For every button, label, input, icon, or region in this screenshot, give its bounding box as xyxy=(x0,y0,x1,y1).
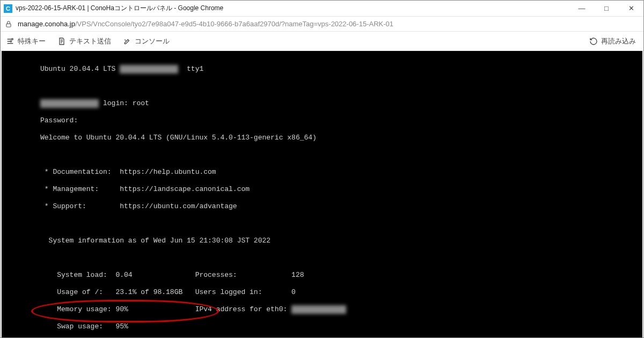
close-button[interactable]: ✕ xyxy=(619,1,643,16)
redacted-ip: xxx.xxx.xx.xx xyxy=(291,305,346,314)
special-keys-button[interactable]: 特殊キー xyxy=(6,36,46,46)
send-text-label: テキスト送信 xyxy=(69,36,111,46)
console-line: Ubuntu 20.04.4 LTS xxx-xxx-xx-xxx tty1 xyxy=(2,65,642,74)
vnc-console[interactable]: Ubuntu 20.04.4 LTS xxx-xxx-xx-xxx tty1 x… xyxy=(2,51,642,337)
special-keys-label: 特殊キー xyxy=(18,36,46,46)
addressbar[interactable]: manage.conoha.jp/VPS/VncConsole/tyo2/7e9… xyxy=(1,17,643,32)
redacted-hostname: xxx-xxx-xx-xxx xyxy=(120,65,178,74)
reload-label: 再読み込み xyxy=(601,36,636,46)
console-line xyxy=(2,82,642,91)
console-label: コンソール xyxy=(135,36,170,46)
url-host: manage.conoha.jp xyxy=(18,20,75,28)
maximize-button[interactable]: □ xyxy=(594,1,619,16)
sliders-icon xyxy=(6,37,14,46)
reload-button[interactable]: 再読み込み xyxy=(589,36,636,46)
console-line: Password: xyxy=(2,116,642,125)
console-line: * Documentation: https://help.ubuntu.com xyxy=(2,168,642,177)
console-line: * Support: https://ubuntu.com/advantage xyxy=(2,202,642,211)
tools-icon xyxy=(123,37,131,46)
svg-rect-0 xyxy=(6,24,11,27)
document-icon xyxy=(57,37,66,46)
window-title: vps-2022-06-15-ARK-01 | ConoHaコントロールパネル … xyxy=(16,4,223,13)
console-line: Usage of /: 23.1% of 98.18GB Users logge… xyxy=(2,288,642,297)
console-line: Memory usage: 90% IPv4 address for eth0:… xyxy=(2,305,642,314)
favicon-icon: C xyxy=(4,4,12,13)
redacted-hostname: xxx-xxx-xx-xxx xyxy=(40,99,99,108)
window-controls: — □ ✕ xyxy=(569,1,643,16)
svg-point-2 xyxy=(10,40,12,42)
console-button[interactable]: コンソール xyxy=(123,36,170,46)
vnc-toolbar: 特殊キー テキスト送信 コンソール 再読み込み xyxy=(1,32,643,51)
minimize-button[interactable]: — xyxy=(569,1,594,16)
console-line xyxy=(2,254,642,262)
console-line: Swap usage: 95% xyxy=(2,322,642,331)
console-line: System load: 0.04 Processes: 128 xyxy=(2,271,642,280)
reload-icon xyxy=(589,37,598,46)
console-line: System information as of Wed Jun 15 21:3… xyxy=(2,237,642,245)
titlebar: C vps-2022-06-15-ARK-01 | ConoHaコントロールパネ… xyxy=(1,1,643,17)
send-text-button[interactable]: テキスト送信 xyxy=(57,36,111,46)
console-line: * Management: https://landscape.canonica… xyxy=(2,185,642,194)
url-path: /VPS/VncConsole/tyo2/7e98a047-e9d5-4b10-… xyxy=(75,20,393,28)
console-line xyxy=(2,151,642,159)
lock-icon xyxy=(5,20,12,28)
svg-point-1 xyxy=(12,38,13,40)
console-line: Welcome to Ubuntu 20.04.4 LTS (GNU/Linux… xyxy=(2,134,642,142)
console-line xyxy=(2,219,642,228)
console-line: xxx-xxx-xx-xxx login: root xyxy=(2,99,642,108)
